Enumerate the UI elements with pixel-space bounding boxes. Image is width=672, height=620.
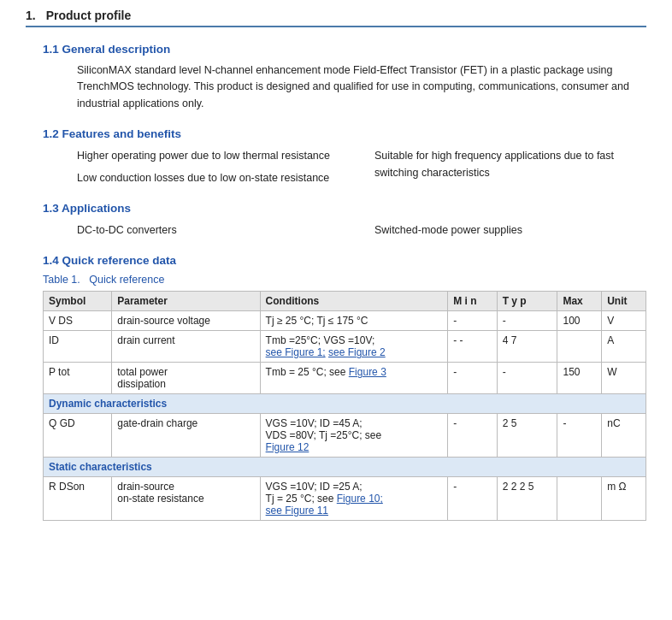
cell-conditions: Tmb = 25 °C; see Figure 3	[260, 363, 448, 394]
cell-parameter: drain-source voltage	[112, 311, 260, 331]
col-min: M i n	[448, 292, 497, 311]
cell-typ: 2 5	[497, 414, 557, 458]
cell-conditions: VGS =10V; ID =45 A; VDS =80V; Tj =25°C; …	[260, 414, 448, 458]
cell-symbol: R DSon	[44, 477, 112, 521]
cell-symbol: V DS	[44, 311, 112, 331]
cell-min: -	[448, 414, 497, 458]
table-row: R DSon drain-sourceon-state resistance V…	[44, 477, 646, 521]
cell-symbol: ID	[44, 331, 112, 363]
applications-grid: DC-to-DC converters Switched-mode power …	[43, 221, 646, 239]
subsection-features: 1.2 Features and benefits Higher operati…	[26, 127, 646, 186]
cell-typ: -	[497, 363, 557, 394]
subsection-applications: 1.3 Applications DC-to-DC converters Swi…	[26, 202, 646, 239]
cell-min: -	[448, 477, 497, 521]
subsection-title-general: 1.1 General description	[43, 43, 646, 56]
table-caption: Table 1. Quick reference	[43, 274, 646, 286]
cell-min: -	[448, 363, 497, 394]
table-row: V DS drain-source voltage Tj ≥ 25 °C; Tj…	[44, 311, 646, 331]
applications-col2: Switched-mode power supplies	[374, 221, 646, 239]
cell-conditions: Tj ≥ 25 °C; Tj ≤ 175 °C	[260, 311, 448, 331]
cell-conditions: VGS =10V; ID =25 A; Tj = 25 °C; see Figu…	[260, 477, 448, 521]
cell-min: -	[448, 311, 497, 331]
link-figure2[interactable]: see Figure 2	[328, 346, 386, 358]
features-grid: Higher operating power due to low therma…	[43, 147, 646, 186]
cell-parameter: gate-drain charge	[112, 414, 260, 458]
table-section-header-dynamic: Dynamic characteristics	[44, 394, 646, 414]
subsection-title-applications: 1.3 Applications	[43, 202, 646, 215]
link-figure1[interactable]: see Figure 1;	[266, 346, 326, 358]
section-label-dynamic: Dynamic characteristics	[44, 394, 646, 414]
feature-item-1: Higher operating power due to low therma…	[77, 147, 349, 164]
col-parameter: Parameter	[112, 292, 260, 311]
cell-typ: 4 7	[497, 331, 557, 363]
section-title: Product profile	[46, 9, 132, 22]
cell-max	[557, 331, 602, 363]
features-col1: Higher operating power due to low therma…	[77, 147, 349, 186]
feature-item-3: Suitable for high frequency applications…	[374, 147, 646, 181]
col-unit: Unit	[602, 292, 646, 311]
cell-symbol: P tot	[44, 363, 112, 394]
cell-max: -	[557, 414, 602, 458]
section-header: 1. Product profile	[26, 9, 646, 27]
features-col2: Suitable for high frequency applications…	[374, 147, 646, 186]
link-figure12[interactable]: Figure 12	[266, 441, 309, 453]
quick-reference-table: Symbol Parameter Conditions M i n T y p …	[43, 291, 646, 521]
col-max: Max	[557, 292, 602, 311]
cell-conditions: Tmb =25°C; VGS =10V; see Figure 1; see F…	[260, 331, 448, 363]
link-figure3[interactable]: Figure 3	[349, 366, 386, 378]
link-figure10[interactable]: Figure 10;	[337, 493, 383, 505]
cell-unit: W	[602, 363, 646, 394]
section-number: 1.	[26, 9, 36, 22]
subsection-body-general: SiliconMAX standard level N-channel enha…	[43, 62, 646, 112]
cell-max: 100	[557, 311, 602, 331]
cell-typ: 2 2 2 5	[497, 477, 557, 521]
cell-max: 150	[557, 363, 602, 394]
subsection-general: 1.1 General description SiliconMAX stand…	[26, 43, 646, 112]
cell-unit: nC	[602, 414, 646, 458]
table-label: Table 1.	[43, 274, 80, 286]
table-name: Quick reference	[89, 274, 164, 286]
col-typ: T y p	[497, 292, 557, 311]
cell-unit: V	[602, 311, 646, 331]
applications-col1: DC-to-DC converters	[77, 221, 349, 239]
section-label-static: Static characteristics	[44, 458, 646, 477]
cell-unit: m Ω	[602, 477, 646, 521]
feature-item-2: Low conduction losses due to low on-stat…	[77, 169, 349, 186]
cell-symbol: Q GD	[44, 414, 112, 458]
cell-parameter: total powerdissipation	[112, 363, 260, 394]
table-row: Q GD gate-drain charge VGS =10V; ID =45 …	[44, 414, 646, 458]
cell-min: - -	[448, 331, 497, 363]
table-row: ID drain current Tmb =25°C; VGS =10V; se…	[44, 331, 646, 363]
link-figure11[interactable]: see Figure 11	[266, 505, 328, 517]
cell-typ: -	[497, 311, 557, 331]
subsection-title-quickref: 1.4 Quick reference data	[43, 254, 646, 267]
cell-parameter: drain-sourceon-state resistance	[112, 477, 260, 521]
table-section-header-static: Static characteristics	[44, 458, 646, 477]
col-conditions: Conditions	[260, 292, 448, 311]
subsection-title-features: 1.2 Features and benefits	[43, 127, 646, 140]
subsection-quickref: 1.4 Quick reference data Table 1. Quick …	[26, 254, 646, 521]
table-row: P tot total powerdissipation Tmb = 25 °C…	[44, 363, 646, 394]
cell-parameter: drain current	[112, 331, 260, 363]
cell-max	[557, 477, 602, 521]
col-symbol: Symbol	[44, 292, 112, 311]
cell-unit: A	[602, 331, 646, 363]
